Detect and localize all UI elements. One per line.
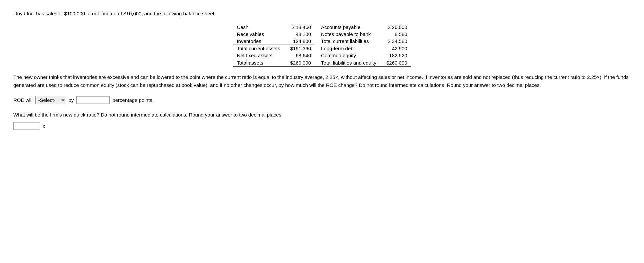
total-current-liabilities-value: $ 34,580	[383, 38, 411, 45]
accounts-payable-label: Accounts payable	[314, 24, 383, 31]
receivables-value: 48,100	[287, 31, 314, 38]
total-assets-label: Total assets	[233, 59, 287, 67]
roe-select[interactable]: -Select- increase decrease	[35, 96, 66, 104]
cash-label: Cash	[233, 24, 287, 31]
net-fixed-assets-value: 68,640	[287, 52, 314, 59]
notes-payable-label: Notes payable to bank	[314, 31, 383, 38]
intro-text: Lloyd Inc. has sales of $100,000, a net …	[13, 10, 631, 18]
bs-row-3: Inventories 124,800 Total current liabil…	[233, 38, 410, 45]
quick-ratio-question: What will be the firm's new quick ratio?…	[13, 111, 631, 119]
total-current-assets-value: $191,360	[287, 45, 314, 52]
quick-ratio-input[interactable]	[13, 122, 40, 130]
total-current-assets-label: Total current assets	[233, 45, 287, 52]
balance-sheet: Cash $ 18,460 Accounts payable $ 26,000 …	[13, 24, 631, 67]
bs-row-4: Total current assets $191,360 Long-term …	[233, 45, 410, 52]
total-liabilities-equity-value: $260,000	[383, 59, 411, 67]
bs-row-1: Cash $ 18,460 Accounts payable $ 26,000	[233, 24, 410, 31]
quick-ratio-suffix: x	[43, 123, 45, 129]
accounts-payable-value: $ 26,000	[383, 24, 411, 31]
bs-row-6: Total assets $260,000 Total liabilities …	[233, 59, 410, 67]
bs-row-5: Net fixed assets 68,640 Common equity 18…	[233, 52, 410, 59]
total-current-liabilities-label: Total current liabilities	[314, 38, 383, 45]
roe-value-input[interactable]	[76, 96, 110, 104]
common-equity-value: 182,520	[383, 52, 411, 59]
total-assets-value: $260,000	[287, 59, 314, 67]
balance-sheet-table: Cash $ 18,460 Accounts payable $ 26,000 …	[233, 24, 410, 67]
common-equity-label: Common equity	[314, 52, 383, 59]
long-term-debt-value: 42,900	[383, 45, 411, 52]
roe-by-label: by	[69, 97, 74, 103]
notes-payable-value: 8,580	[383, 31, 411, 38]
quick-ratio-row: x	[13, 122, 631, 130]
cash-value: $ 18,460	[287, 24, 314, 31]
total-liabilities-equity-label: Total liabilities and equity	[314, 59, 383, 67]
long-term-debt-label: Long-term debt	[314, 45, 383, 52]
bs-row-2: Receivables 48,100 Notes payable to bank…	[233, 31, 410, 38]
net-fixed-assets-label: Net fixed assets	[233, 52, 287, 59]
body-text: The new owner thinks that inventories ar…	[13, 73, 631, 89]
inventories-label: Inventories	[233, 38, 287, 45]
roe-suffix-label: percentage points.	[112, 97, 153, 103]
roe-prefix-label: ROE will	[13, 97, 33, 103]
inventories-value: 124,800	[287, 38, 314, 45]
roe-row: ROE will -Select- increase decrease by p…	[13, 96, 631, 104]
receivables-label: Receivables	[233, 31, 287, 38]
